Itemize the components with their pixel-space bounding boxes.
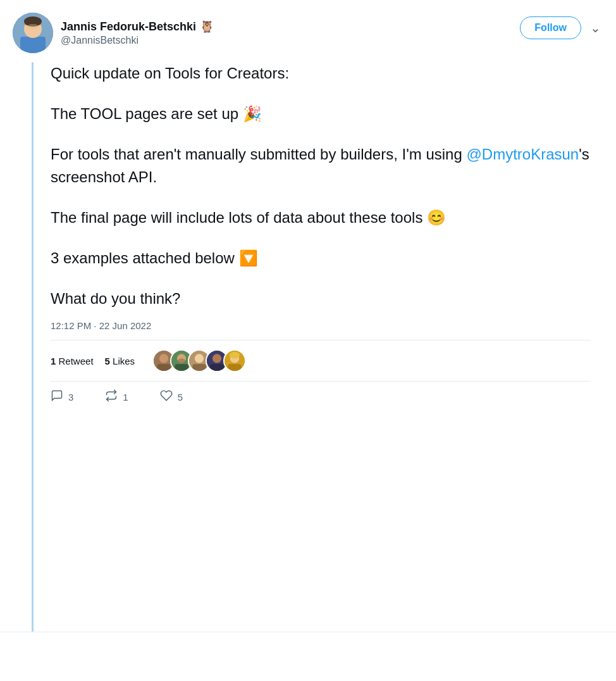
tweet-paragraph-4: The final page will include lots of data… — [51, 206, 591, 229]
svg-rect-14 — [192, 364, 206, 372]
likes-label: Likes — [113, 356, 135, 366]
retweet-label: Retweet — [59, 356, 94, 366]
retweet-count: 1 — [51, 356, 56, 366]
heart-icon — [160, 389, 173, 405]
tweet-paragraph-3: For tools that aren't manually submitted… — [51, 143, 591, 189]
mention-link[interactable]: @DmytroKrasun — [466, 146, 579, 163]
tweet-paragraph-5: 3 examples attached below 🔽 — [51, 247, 591, 270]
likes-count: 5 — [105, 356, 110, 366]
tweet-card: Jannis Fedoruk-Betschki 🦉 @JannisBetschk… — [0, 0, 616, 632]
display-name-text: Jannis Fedoruk-Betschki — [61, 20, 196, 34]
left-blue-line — [32, 62, 34, 632]
svg-point-13 — [195, 354, 204, 363]
liker-avatar-5 — [223, 349, 246, 372]
svg-rect-10 — [175, 364, 188, 372]
likers-avatars — [152, 349, 246, 372]
display-name: Jannis Fedoruk-Betschki 🦉 — [61, 20, 214, 34]
like-button[interactable]: 5 — [160, 389, 183, 405]
svg-rect-7 — [157, 364, 170, 372]
tweet-content: Quick update on Tools for Creators: The … — [51, 62, 603, 632]
svg-point-4 — [27, 24, 39, 29]
svg-point-6 — [159, 354, 168, 363]
tweet-body-wrapper: Quick update on Tools for Creators: The … — [13, 62, 603, 632]
retweet-button[interactable]: 1 — [105, 389, 128, 405]
follow-button[interactable]: Follow — [520, 16, 581, 39]
retweet-icon — [105, 389, 118, 405]
username: @JannisBetschki — [61, 35, 214, 46]
tweet-paragraph-2: The TOOL pages are set up 🎉 — [51, 103, 591, 125]
reply-count: 3 — [68, 392, 73, 403]
left-line-column — [32, 62, 34, 632]
tweet-actions: 3 1 5 — [51, 382, 591, 415]
tweet-timestamp: 12:12 PM · 22 Jun 2022 — [51, 320, 591, 331]
owl-emoji: 🦉 — [200, 20, 214, 34]
svg-rect-17 — [210, 364, 223, 372]
likes-stat: 5 Likes — [105, 356, 135, 366]
chevron-down-icon[interactable]: ⌄ — [588, 18, 603, 38]
retweet-stat: 1 Retweet — [51, 356, 94, 366]
svg-point-11 — [178, 358, 185, 363]
svg-rect-1 — [20, 37, 46, 53]
user-info: Jannis Fedoruk-Betschki 🦉 @JannisBetschk… — [61, 20, 214, 46]
retweet-action-count: 1 — [123, 392, 128, 403]
reply-icon — [51, 389, 63, 405]
tweet-paragraph-6: What do you think? — [51, 287, 591, 310]
tweet-header: Jannis Fedoruk-Betschki 🦉 @JannisBetschk… — [13, 13, 603, 53]
svg-point-20 — [230, 352, 240, 359]
avatar[interactable] — [13, 13, 53, 53]
svg-rect-21 — [228, 364, 241, 372]
like-action-count: 5 — [178, 392, 183, 403]
tweet-paragraph-1: Quick update on Tools for Creators: — [51, 62, 591, 85]
reply-button[interactable]: 3 — [51, 389, 73, 405]
tweet-header-right: Follow ⌄ — [520, 16, 603, 39]
svg-point-16 — [213, 354, 221, 363]
tweet-stats: 1 Retweet 5 Likes — [51, 340, 591, 382]
tweet-text: Quick update on Tools for Creators: The … — [51, 62, 591, 310]
tweet-header-left: Jannis Fedoruk-Betschki 🦉 @JannisBetschk… — [13, 13, 214, 53]
